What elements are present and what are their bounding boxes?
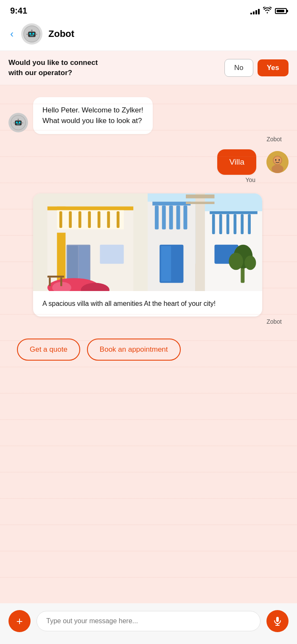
message-input[interactable] [36,611,261,631]
status-time: 9:41 [10,6,27,16]
svg-rect-10 [32,35,33,36]
villa-image-right [148,193,262,291]
villa-images [33,193,262,291]
robot-avatar-icon [23,25,40,42]
svg-rect-57 [169,205,173,229]
user-bubble-villa: Villa [217,149,256,175]
operator-banner: Would you like to connectwith our operat… [0,51,297,85]
svg-rect-56 [162,205,166,229]
bot-sender-label-2: Zobot [33,318,283,325]
bot-avatar-header [21,23,42,45]
bot-sender-label-1: Zobot [14,136,283,143]
svg-point-24 [274,157,281,164]
svg-rect-48 [49,277,51,286]
back-button[interactable]: ‹ [8,27,15,41]
add-button[interactable]: + [8,610,31,632]
bot-bubble-1: Hello Peter. Welcome to Zylker!What woul… [33,97,153,134]
bot-avatar-small [8,113,28,132]
signal-bars-icon [250,8,260,14]
bot-name: Zobot [48,28,74,39]
villa-right-svg [148,193,262,291]
book-appointment-button[interactable]: Book an appointment [87,339,181,361]
mic-icon [272,616,283,626]
svg-rect-55 [155,205,159,229]
svg-rect-58 [177,205,180,229]
wifi-icon [263,7,272,15]
svg-rect-19 [17,123,18,124]
svg-rect-13 [16,121,18,123]
svg-rect-2 [29,33,31,35]
svg-rect-67 [219,214,222,234]
svg-rect-65 [210,211,258,214]
svg-rect-68 [227,214,230,234]
villa-image-left [33,193,148,291]
svg-point-25 [275,159,277,161]
svg-point-75 [229,253,243,270]
svg-rect-79 [186,202,215,204]
svg-rect-49 [60,277,62,286]
svg-rect-8 [30,35,34,36]
svg-rect-42 [79,246,90,282]
svg-rect-33 [59,211,62,228]
svg-rect-41 [67,246,78,282]
svg-rect-54 [152,202,191,205]
bot-face-icon [11,115,26,130]
svg-rect-78 [186,195,215,199]
villa-card: A spacious villa with all amenities At t… [33,193,262,316]
svg-rect-34 [69,211,72,228]
svg-rect-47 [48,276,64,278]
user-sender-label: You [244,176,283,183]
svg-point-23 [272,165,283,173]
villa-left-svg [33,193,148,291]
svg-rect-37 [98,211,101,228]
svg-point-26 [279,159,280,161]
bot-message-1: Hello Peter. Welcome to Zylker!What woul… [8,97,289,143]
status-icons [250,7,287,15]
user-face-icon [266,151,289,173]
svg-point-76 [244,256,256,270]
svg-rect-77 [196,193,205,291]
svg-rect-71 [248,214,251,234]
svg-rect-59 [183,205,187,229]
svg-rect-61 [161,246,171,281]
svg-rect-66 [212,214,215,234]
user-message-villa: Villa You [8,149,289,190]
svg-rect-31 [48,207,134,210]
villa-card-description: A spacious villa with all amenities At t… [33,291,262,316]
svg-rect-18 [17,123,20,125]
svg-rect-80 [276,617,279,622]
get-quote-button[interactable]: Get a quote [17,339,80,361]
operator-buttons: No Yes [224,59,289,77]
svg-rect-62 [172,246,182,281]
svg-rect-38 [107,211,110,228]
user-avatar [266,151,289,173]
chat-area: Hello Peter. Welcome to Zylker!What woul… [0,85,297,603]
header: ‹ Zobot [0,19,297,51]
svg-rect-5 [31,30,32,32]
yes-button[interactable]: Yes [258,59,289,76]
svg-rect-69 [234,214,237,234]
svg-rect-14 [19,121,20,123]
svg-rect-39 [117,211,120,228]
mic-button[interactable] [266,610,289,632]
action-buttons: Get a quote Book an appointment [8,332,289,369]
svg-rect-3 [33,33,34,35]
svg-rect-15 [18,118,19,120]
no-button[interactable]: No [224,59,253,77]
svg-rect-70 [241,214,244,234]
svg-rect-9 [31,35,31,36]
svg-rect-35 [78,211,81,228]
svg-rect-20 [19,123,20,124]
svg-rect-43 [100,245,124,264]
status-bar: 9:41 [0,0,297,19]
operator-question: Would you like to connectwith our operat… [8,58,98,78]
battery-icon [275,8,287,14]
svg-rect-36 [88,211,91,228]
input-bar: + [0,603,297,644]
bot-message-villa-card: A spacious villa with all amenities At t… [8,193,289,325]
